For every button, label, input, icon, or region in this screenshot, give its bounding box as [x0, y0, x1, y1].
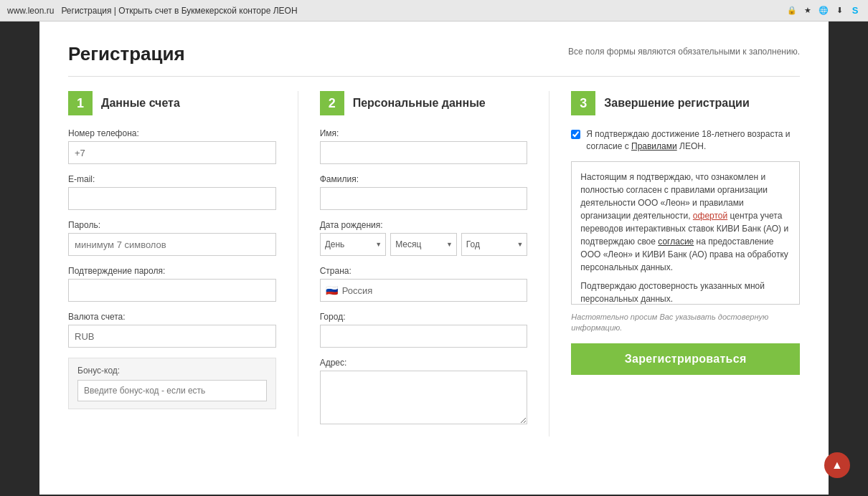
phone-input[interactable] [68, 141, 276, 164]
currency-input[interactable] [68, 325, 276, 348]
surname-label: Фамилия: [320, 174, 528, 184]
dob-field-group: Дата рождения: День Месяц Год [320, 220, 528, 256]
page-title: Регистрация [68, 43, 185, 65]
browser-title: Регистрация | Открыть счет в Букмекерско… [61, 6, 779, 16]
step3-header: 3 Завершение регистрации [571, 91, 800, 115]
age-confirm-row: Я подтверждаю достижение 18-летнего возр… [571, 128, 800, 153]
lock-icon: 🔒 [786, 5, 798, 16]
russia-flag-icon: 🇷🇺 [326, 285, 338, 296]
city-label: Город: [320, 312, 528, 322]
step3-column: 3 Завершение регистрации Я подтверждаю д… [549, 91, 800, 437]
surname-field-group: Фамилия: [320, 174, 528, 210]
city-input[interactable] [320, 325, 528, 348]
day-select-wrapper: День [320, 233, 387, 256]
form-layout: 1 Данные счета Номер телефона: E-mail: П… [68, 91, 800, 437]
star-icon: ★ [802, 5, 813, 16]
rules-link[interactable]: Правилами [631, 141, 677, 151]
page-header: Регистрация Все поля формы являются обяз… [68, 43, 800, 77]
password-label: Пароль: [68, 220, 276, 230]
step2-number: 2 [320, 91, 344, 115]
step3-number: 3 [571, 91, 595, 115]
year-select[interactable]: Год [461, 233, 528, 256]
country-field-group: Страна: 🇷🇺 [320, 266, 528, 302]
step2-header: 2 Персональные данные [320, 91, 528, 115]
bonus-input[interactable] [77, 380, 267, 401]
country-label: Страна: [320, 266, 528, 276]
address-textarea[interactable] [320, 371, 528, 424]
terms-paragraph-2: Подтверждаю достоверность указанных мной… [580, 280, 791, 305]
register-button[interactable]: Зарегистрироваться [571, 343, 800, 375]
name-label: Имя: [320, 128, 528, 138]
required-note: Все поля формы являются обязательными к … [568, 47, 800, 57]
browser-icons: 🔒 ★ 🌐 ⬇ S [786, 5, 861, 16]
page-wrapper: Регистрация Все поля формы являются обяз… [39, 22, 829, 495]
age-confirm-checkbox[interactable] [571, 130, 580, 139]
month-select-wrapper: Месяц [390, 233, 457, 256]
country-field: 🇷🇺 [320, 279, 528, 302]
password-input[interactable] [68, 233, 276, 256]
download-icon: ⬇ [834, 5, 845, 16]
step1-title: Данные счета [101, 97, 180, 110]
oferta-link[interactable]: офертой [693, 211, 727, 221]
country-input[interactable] [320, 279, 528, 302]
address-label: Адрес: [320, 358, 528, 368]
email-input[interactable] [68, 187, 276, 210]
browser-url: www.leon.ru [7, 6, 54, 16]
email-label: E-mail: [68, 174, 276, 184]
step1-header: 1 Данные счета [68, 91, 276, 115]
dob-label: Дата рождения: [320, 220, 528, 230]
surname-input[interactable] [320, 187, 528, 210]
dob-row: День Месяц Год [320, 233, 528, 256]
terms-box[interactable]: Настоящим я подтверждаю, что ознакомлен … [571, 161, 800, 305]
confirm-password-field-group: Подтверждение пароля: [68, 266, 276, 302]
bonus-section: Бонус-код: [68, 358, 276, 409]
month-select[interactable]: Месяц [390, 233, 457, 256]
phone-label: Номер телефона: [68, 128, 276, 138]
city-field-group: Город: [320, 312, 528, 348]
age-confirm-text: Я подтверждаю достижение 18-летнего возр… [586, 128, 800, 153]
day-select[interactable]: День [320, 233, 387, 256]
scroll-top-button[interactable]: ▲ [824, 452, 850, 478]
skype-icon: S [849, 5, 861, 16]
step3-title: Завершение регистрации [604, 97, 749, 110]
confirm-password-input[interactable] [68, 279, 276, 302]
currency-field-group: Валюта счета: [68, 312, 276, 348]
name-input[interactable] [320, 141, 528, 164]
step2-title: Персональные данные [353, 97, 486, 110]
year-select-wrapper: Год [461, 233, 528, 256]
scroll-top-icon: ▲ [831, 459, 843, 472]
address-field-group: Адрес: [320, 358, 528, 426]
globe-icon: 🌐 [818, 5, 829, 16]
currency-label: Валюта счета: [68, 312, 276, 322]
confirm-password-label: Подтверждение пароля: [68, 266, 276, 276]
step2-column: 2 Персональные данные Имя: Фамилия: Дата… [298, 91, 528, 437]
terms-paragraph-1: Настоящим я подтверждаю, что ознакомлен … [580, 171, 791, 274]
step1-number: 1 [68, 91, 93, 115]
bonus-label: Бонус-код: [77, 366, 267, 376]
name-field-group: Имя: [320, 128, 528, 164]
password-field-group: Пароль: [68, 220, 276, 256]
step1-column: 1 Данные счета Номер телефона: E-mail: П… [68, 91, 276, 437]
terms-note: Настоятельно просим Вас указывать достов… [571, 312, 800, 334]
browser-bar: www.leon.ru Регистрация | Открыть счет в… [0, 0, 868, 22]
consent-link[interactable]: согласие [658, 237, 694, 247]
email-field-group: E-mail: [68, 174, 276, 210]
phone-field-group: Номер телефона: [68, 128, 276, 164]
